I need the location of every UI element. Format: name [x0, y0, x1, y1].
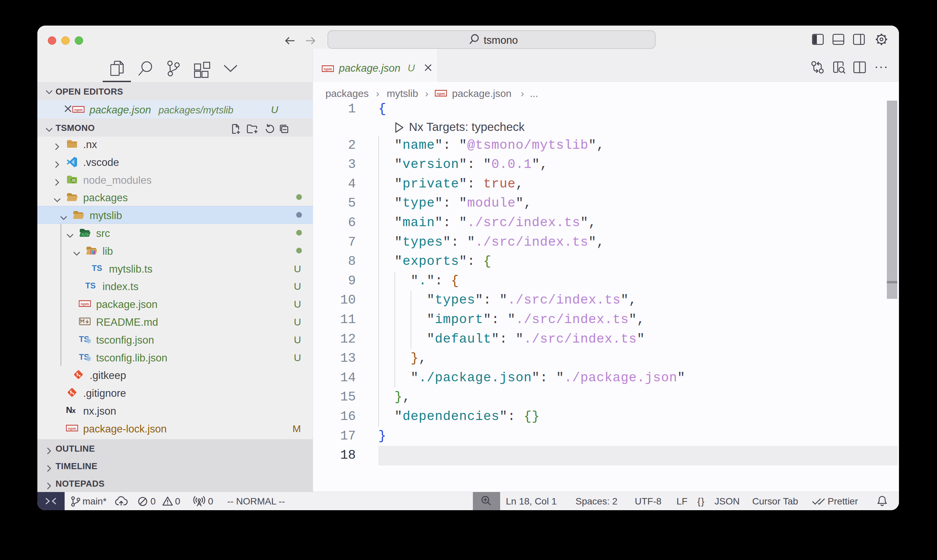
- svg-text:</>: </>: [82, 232, 89, 237]
- svg-text:npm: npm: [68, 426, 76, 430]
- svg-text:npm: npm: [324, 67, 332, 71]
- svg-text:npm: npm: [81, 302, 89, 306]
- svg-text:npm: npm: [437, 92, 445, 95]
- svg-text:JS: JS: [71, 178, 76, 182]
- svg-text:npm: npm: [74, 108, 83, 112]
